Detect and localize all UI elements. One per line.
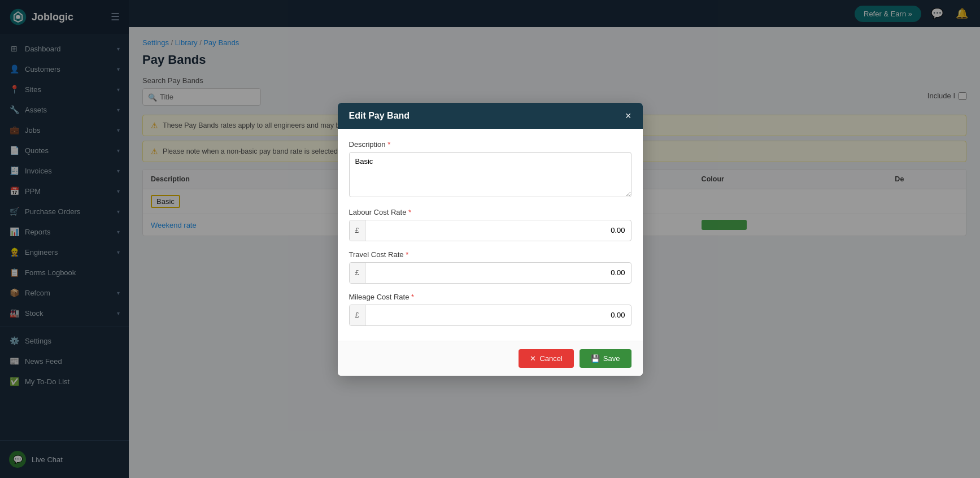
cancel-button[interactable]: ✕ Cancel (519, 349, 573, 368)
save-icon: 💾 (591, 354, 600, 363)
description-group: Description * Basic (349, 140, 631, 199)
modal-overlay: Edit Pay Band × Description * Basic Labo… (0, 0, 980, 478)
travel-cost-input-wrapper: £ (349, 262, 631, 284)
modal-title: Edit Pay Band (349, 111, 410, 121)
travel-cost-group: Travel Cost Rate * £ (349, 250, 631, 284)
modal-close-button[interactable]: × (625, 111, 631, 121)
mileage-cost-group: Mileage Cost Rate * £ (349, 293, 631, 326)
mileage-cost-input[interactable] (365, 306, 631, 324)
labour-cost-label: Labour Cost Rate * (349, 208, 631, 216)
modal-header: Edit Pay Band × (338, 103, 643, 129)
modal-body: Description * Basic Labour Cost Rate * £… (338, 129, 643, 341)
cancel-label: Cancel (539, 354, 562, 363)
mileage-cost-input-wrapper: £ (349, 305, 631, 326)
save-label: Save (603, 354, 620, 363)
description-input[interactable]: Basic (349, 152, 631, 197)
travel-cost-prefix: £ (350, 263, 365, 283)
labour-cost-prefix: £ (350, 220, 365, 241)
labour-cost-input[interactable] (365, 221, 631, 239)
modal-footer: ✕ Cancel 💾 Save (338, 341, 643, 376)
save-button[interactable]: 💾 Save (580, 349, 631, 368)
mileage-cost-label: Mileage Cost Rate * (349, 293, 631, 301)
mileage-cost-prefix: £ (350, 305, 365, 325)
edit-pay-band-modal: Edit Pay Band × Description * Basic Labo… (338, 103, 643, 376)
travel-cost-label: Travel Cost Rate * (349, 250, 631, 259)
description-label: Description * (349, 140, 631, 149)
cancel-icon: ✕ (530, 354, 536, 363)
labour-cost-input-wrapper: £ (349, 220, 631, 241)
travel-cost-input[interactable] (365, 264, 631, 281)
labour-cost-group: Labour Cost Rate * £ (349, 208, 631, 241)
